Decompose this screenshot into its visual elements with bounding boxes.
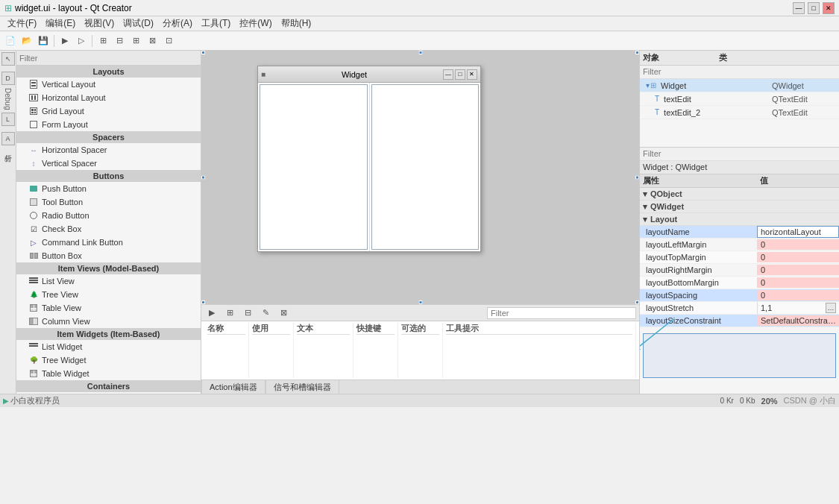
minimize-button[interactable]: — — [793, 2, 805, 14]
widget-item-list-view[interactable]: List View — [16, 274, 201, 288]
pe-val-sizeconstraint[interactable]: SetDefaultConstraint — [757, 315, 839, 326]
canvas-area[interactable]: ■ Widget — □ ✕ — [201, 51, 639, 304]
menu-widgets[interactable]: 控件(W) — [235, 16, 276, 31]
toolbar-build[interactable]: ▶ — [57, 34, 72, 48]
pe-row-layoutname[interactable]: layoutName horizontalLayout — [640, 226, 839, 239]
bottom-tb-btn1[interactable]: ▶ — [204, 306, 219, 321]
tab-signal-slot[interactable]: 信号和槽编辑器 — [265, 379, 339, 394]
widget-item-group-box[interactable]: Group Box — [16, 392, 201, 394]
pe-prop-rightmargin: layoutRightMargin — [640, 265, 757, 274]
pe-val-topmargin[interactable]: 0 — [757, 252, 839, 262]
menu-view[interactable]: 视图(V) — [80, 16, 119, 31]
widget-label-radio-button: Radio Button — [42, 211, 89, 220]
grid-layout-icon — [28, 106, 39, 116]
bottom-filter-input[interactable] — [487, 307, 636, 319]
widget-item-hspacer[interactable]: ↔ Horizontal Spacer — [16, 143, 201, 157]
pe-search-input[interactable] — [643, 149, 836, 158]
oi-widget-name: Widget — [658, 81, 772, 90]
pe-val-layoutname[interactable]: horizontalLayout — [757, 226, 839, 238]
toolbar-open[interactable]: 📂 — [19, 34, 34, 48]
bottom-tb-btn4[interactable]: ✎ — [258, 306, 273, 321]
widget-item-tree-view[interactable]: 🌲 Tree View — [16, 288, 201, 301]
pe-row-leftmargin[interactable]: layoutLeftMargin 0 — [640, 239, 839, 251]
left-tb-pointer[interactable]: ↖ — [1, 52, 15, 66]
widget-panel-right[interactable] — [370, 83, 481, 251]
widget-window-icon: ■ — [261, 70, 265, 78]
widget-item-radio-button[interactable]: Radio Button — [16, 209, 201, 222]
title-bar-title: widget.ui - layout - Qt Creator — [15, 3, 132, 13]
menu-debug[interactable]: 调试(D) — [119, 16, 158, 31]
pe-row-bottommargin[interactable]: layoutBottomMargin 0 — [640, 277, 839, 289]
pe-row-rightmargin[interactable]: layoutRightMargin 0 — [640, 264, 839, 277]
bottom-tb-btn2[interactable]: ⊞ — [222, 306, 237, 321]
oi-row-textedit[interactable]: T textEdit QTextEdit — [640, 92, 839, 106]
widget-item-command-link[interactable]: ▷ Command Link Button — [16, 236, 201, 249]
oi-search-input[interactable] — [643, 67, 836, 76]
menu-edit[interactable]: 编辑(E) — [41, 16, 80, 31]
widget-item-push-button[interactable]: Push Button — [16, 182, 201, 195]
pe-val-stretch[interactable]: 1,1 … — [757, 302, 839, 314]
widget-item-horizontal-layout[interactable]: Horizontal Layout — [16, 91, 201, 104]
annotation-box — [643, 333, 836, 378]
widget-box: Layouts Vertical Layout Horizontal Layou… — [16, 51, 201, 394]
widget-item-table-view[interactable]: Table View — [16, 301, 201, 315]
toolbar-adjust[interactable]: ⊡ — [161, 34, 176, 48]
push-button-icon — [28, 183, 39, 194]
toolbar-grid[interactable]: ⊞ — [128, 34, 143, 48]
widget-item-tree-widget[interactable]: 🌳 Tree Widget — [16, 353, 201, 367]
toolbar-layout-v[interactable]: ⊟ — [112, 34, 127, 48]
widget-item-list-widget[interactable]: List Widget — [16, 340, 201, 353]
pe-val-rightmargin[interactable]: 0 — [757, 265, 839, 275]
widget-panel-left[interactable] — [258, 83, 370, 251]
left-tb-analyze[interactable]: A — [1, 132, 15, 145]
pe-group-qwidget[interactable]: ▾ QWidget — [640, 201, 839, 213]
pe-val-bottommargin[interactable]: 0 — [757, 277, 839, 288]
toolbar-save[interactable]: 💾 — [36, 34, 51, 48]
widget-item-form-layout[interactable]: Form Layout — [16, 118, 201, 131]
pe-group-qobject[interactable]: ▾ QObject — [640, 188, 839, 201]
widget-item-vspacer[interactable]: ↕ Vertical Spacer — [16, 157, 201, 170]
left-tb-layout[interactable]: L — [1, 113, 15, 126]
pe-row-topmargin[interactable]: layoutTopMargin 0 — [640, 251, 839, 264]
bottom-tb-btn3[interactable]: ⊟ — [240, 306, 255, 321]
section-item-widgets: Item Widgets (Item-Based) — [16, 328, 201, 340]
bottom-table-content: 名称 使用 文本 快捷键 可选的 工具提示 — [201, 321, 639, 379]
menu-help[interactable]: 帮助(H) — [277, 16, 316, 31]
menu-tools[interactable]: 工具(T) — [197, 16, 235, 31]
bottom-tb-btn5[interactable]: ⊠ — [276, 306, 291, 321]
oi-textedit-class: QTextEdit — [772, 95, 839, 104]
toolbar-run[interactable]: ▷ — [74, 34, 89, 48]
widget-label-check-box: Check Box — [42, 224, 81, 233]
widget-item-table-widget[interactable]: Table Widget — [16, 367, 201, 380]
widget-item-tool-button[interactable]: Tool Button — [16, 195, 201, 209]
widget-item-check-box[interactable]: ☑ Check Box — [16, 222, 201, 236]
hspacer-icon: ↔ — [28, 145, 39, 155]
widget-item-vertical-layout[interactable]: Vertical Layout — [16, 78, 201, 91]
widget-item-column-view[interactable]: Column View — [16, 315, 201, 328]
widget-window[interactable]: ■ Widget — □ ✕ — [257, 66, 481, 252]
status-kb: 0 Kr — [720, 397, 734, 405]
maximize-button[interactable]: □ — [808, 2, 820, 14]
widget-item-grid-layout[interactable]: Grid Layout — [16, 104, 201, 118]
pe-group-layout[interactable]: ▾ Layout — [640, 213, 839, 226]
ww-maximize[interactable]: □ — [455, 69, 465, 80]
oi-row-widget[interactable]: ▾ ⊞ Widget QWidget — [640, 79, 839, 92]
widget-box-search[interactable] — [19, 54, 198, 63]
pe-val-spacing[interactable]: 0 — [757, 290, 839, 300]
ww-close[interactable]: ✕ — [467, 69, 477, 80]
pe-stretch-button[interactable]: … — [826, 303, 836, 313]
tab-action-editor[interactable]: Action编辑器 — [201, 379, 265, 394]
pe-val-leftmargin[interactable]: 0 — [757, 239, 839, 250]
toolbar-new[interactable]: 📄 — [3, 34, 18, 48]
toolbar-break[interactable]: ⊠ — [145, 34, 160, 48]
oi-row-textedit2[interactable]: T textEdit_2 QTextEdit — [640, 106, 839, 119]
close-button[interactable]: ✕ — [823, 2, 835, 14]
ww-minimize[interactable]: — — [443, 69, 453, 80]
menu-analyze[interactable]: 分析(A) — [158, 16, 197, 31]
left-tb-debug[interactable]: D — [1, 72, 15, 85]
status-kb2: 0 Kb — [740, 397, 755, 405]
menu-file[interactable]: 文件(F) — [3, 16, 41, 31]
pe-row-spacing[interactable]: layoutSpacing 0 — [640, 289, 839, 302]
widget-item-button-box[interactable]: Button Box — [16, 249, 201, 262]
toolbar-layout-h[interactable]: ⊞ — [95, 34, 110, 48]
